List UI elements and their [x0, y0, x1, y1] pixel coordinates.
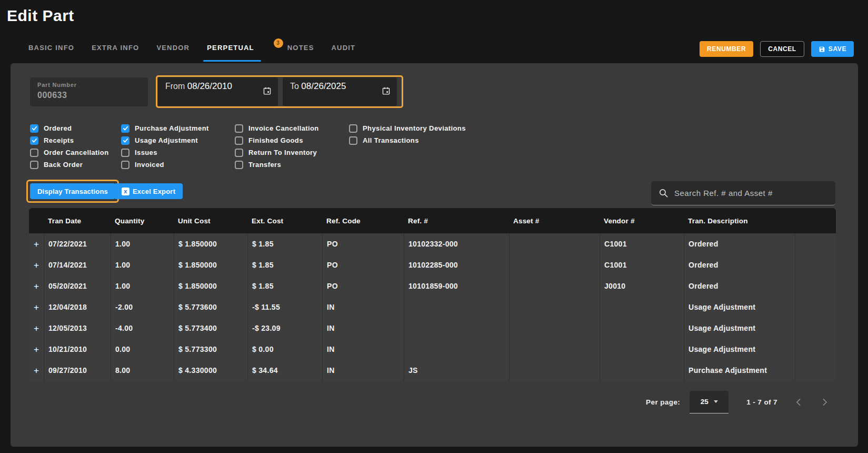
checkbox-transfers[interactable]: Transfers — [235, 159, 349, 171]
table-cell: Ordered — [684, 254, 795, 275]
expand-row-button[interactable]: + — [34, 324, 39, 333]
checkbox-column: Physical Inventory Deviations All Transa… — [349, 122, 475, 171]
table-cell: 07/14/2021 — [44, 254, 111, 275]
expand-row-button[interactable]: + — [34, 261, 39, 270]
table-cell: 09/27/2010 — [44, 360, 111, 381]
expand-cell: + — [29, 233, 44, 254]
column-header-tran-date: Tran Date — [44, 217, 111, 225]
to-calendar-icon[interactable] — [382, 86, 391, 97]
checkbox-back-order[interactable]: Back Order — [30, 159, 121, 171]
table-cell: PO — [322, 275, 404, 297]
table-cell: 10102285-000 — [404, 254, 509, 275]
next-page-button[interactable] — [820, 398, 829, 407]
caret-down-icon — [714, 400, 718, 403]
per-page-select[interactable]: 25 — [690, 391, 729, 413]
checkbox-invoiced[interactable]: Invoiced — [121, 159, 235, 171]
excel-export-button[interactable]: x Excel Export — [114, 183, 183, 199]
table-cell — [509, 233, 600, 254]
column-header-quantity: Quantity — [111, 217, 174, 225]
expand-row-button[interactable]: + — [34, 282, 39, 291]
checkbox-order-cancellation[interactable]: Order Cancellation — [30, 146, 121, 159]
table-row: + 05/20/20211.00$ 1.850000$ 1.85PO101018… — [29, 275, 836, 297]
checkbox-icon — [349, 136, 357, 145]
table-cell — [600, 360, 684, 381]
checkbox-label: Purchase Adjustment — [135, 124, 209, 132]
to-date-field[interactable]: To 08/26/2025 — [283, 77, 397, 106]
column-header-ref-code: Ref. Code — [322, 217, 404, 225]
checkbox-icon — [121, 161, 129, 169]
renumber-button[interactable]: RENUMBER — [700, 41, 753, 57]
tab-vendor[interactable]: VENDOR — [156, 44, 189, 62]
expand-cell: + — [29, 297, 44, 318]
checkbox-ordered[interactable]: Ordered — [30, 122, 121, 134]
table-cell — [404, 318, 509, 339]
table-cell: -$ 11.55 — [247, 297, 322, 318]
checkbox-label: Ordered — [44, 124, 72, 132]
checkbox-issues[interactable]: Issues — [121, 146, 235, 159]
from-date-field[interactable]: From 08/26/2010 — [158, 77, 278, 106]
save-button[interactable]: SAVE — [811, 41, 854, 57]
expand-row-button[interactable]: + — [34, 303, 39, 312]
table-cell: $ 4.330000 — [174, 360, 247, 381]
table-cell — [509, 297, 600, 318]
page-title: Edit Part — [7, 7, 74, 25]
table-cell: J0010 — [600, 275, 684, 297]
table-cell: IN — [322, 297, 404, 318]
table-cell: 12/04/2018 — [44, 297, 111, 318]
table-cell: Usage Adjustment — [684, 339, 795, 360]
from-calendar-icon[interactable] — [263, 86, 272, 97]
table-cell: 12/05/2013 — [44, 318, 111, 339]
table-row: + 07/14/20211.00$ 1.850000$ 1.85PO101022… — [29, 254, 836, 275]
checkbox-physical-inventory-deviations[interactable]: Physical Inventory Deviations — [349, 122, 475, 134]
column-header-ref: Ref. # — [404, 217, 509, 225]
expand-cell: + — [29, 360, 44, 381]
tab-extra-info[interactable]: EXTRA INFO — [92, 44, 139, 62]
table-body: + 07/22/20211.00$ 1.850000$ 1.85PO101023… — [29, 233, 836, 381]
table-cell: -4.00 — [111, 318, 174, 339]
table-cell: $ 5.773600 — [174, 297, 247, 318]
checkbox-column: Ordered Receipts Order Cancellation Back… — [30, 122, 121, 171]
from-date-label: From — [165, 82, 185, 91]
chevron-left-icon — [794, 398, 803, 407]
previous-page-button[interactable] — [794, 398, 803, 407]
table-cell: $ 1.85 — [247, 275, 322, 297]
checkbox-finished-goods[interactable]: Finished Goods — [235, 134, 349, 146]
tab-basic-info[interactable]: BASIC INFO — [28, 44, 74, 62]
checkbox-return-to-inventory[interactable]: Return To Inventory — [235, 146, 349, 159]
table-scroll-gutter — [795, 339, 836, 360]
checkbox-label: Back Order — [44, 161, 83, 169]
tab-perpetual[interactable]: PERPETUAL — [207, 44, 254, 62]
expand-row-button[interactable]: + — [34, 345, 39, 354]
table-cell — [404, 339, 509, 360]
table-cell: $ 1.850000 — [174, 233, 247, 254]
expand-row-button[interactable]: + — [34, 240, 39, 249]
per-page-value: 25 — [701, 398, 709, 406]
display-transactions-highlight: Display Transactions — [26, 180, 119, 203]
table-cell — [509, 339, 600, 360]
tab-audit[interactable]: AUDIT — [332, 44, 356, 62]
cancel-button[interactable]: CANCEL — [760, 41, 804, 57]
date-range-highlight-group: From 08/26/2010 To 08/26/2025 — [156, 75, 403, 108]
part-number-value: 000633 — [37, 91, 142, 100]
table-cell: 8.00 — [111, 360, 174, 381]
checkbox-purchase-adjustment[interactable]: Purchase Adjustment — [121, 122, 235, 134]
table-cell: 07/22/2021 — [44, 233, 111, 254]
checkbox-label: Return To Inventory — [248, 149, 317, 156]
table-cell: 1.00 — [111, 233, 174, 254]
expand-row-button[interactable]: + — [34, 366, 39, 375]
checkbox-icon — [30, 161, 38, 169]
table-cell — [509, 254, 600, 275]
table-cell: IN — [322, 339, 404, 360]
checkbox-all-transactions[interactable]: All Transactions — [349, 134, 475, 146]
tab-bar: BASIC INFO EXTRA INFO VENDOR PERPETUAL 3… — [28, 44, 373, 62]
search-box — [651, 181, 835, 205]
display-transactions-button[interactable]: Display Transactions — [30, 183, 115, 199]
table-cell — [404, 297, 509, 318]
checkbox-usage-adjustment[interactable]: Usage Adjustment — [121, 134, 235, 146]
checkbox-receipts[interactable]: Receipts — [30, 134, 121, 146]
tab-notes[interactable]: 3 NOTES — [287, 44, 314, 62]
save-button-label: SAVE — [829, 45, 846, 53]
checkbox-icon — [235, 149, 243, 157]
search-input[interactable] — [674, 189, 828, 198]
checkbox-invoice-cancellation[interactable]: Invoice Cancellation — [235, 122, 349, 134]
